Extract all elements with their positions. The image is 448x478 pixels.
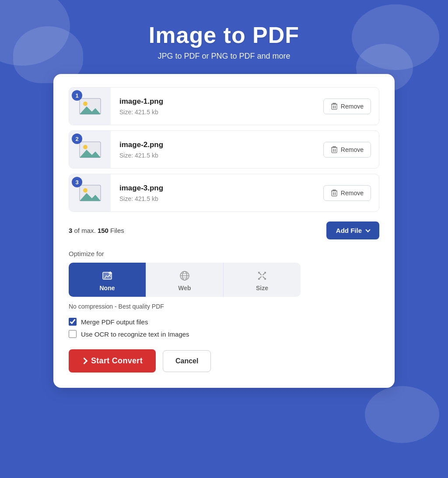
svg-rect-7 [332, 104, 337, 109]
ocr-label: Use OCR to recognize text in Images [81, 330, 189, 338]
svg-rect-4 [335, 105, 336, 109]
remove-label-1: Remove [341, 103, 364, 110]
optimize-web-button[interactable]: Web [146, 263, 224, 297]
remove-button-3[interactable]: Remove [323, 185, 371, 201]
page-title: Image to PDF [149, 22, 299, 48]
file-name-2: image-2.png [119, 141, 315, 149]
file-name-3: image-3.png [119, 184, 315, 193]
optimize-section: Optimize for None Web [69, 250, 379, 297]
web-label: Web [178, 285, 191, 292]
none-optimize-icon [101, 270, 113, 282]
optimize-options: None Web [69, 263, 301, 297]
file-list: 1 image-1.png Size: 421.5 kb [69, 87, 379, 217]
file-count-max: 150 [98, 227, 108, 234]
remove-label-3: Remove [341, 190, 364, 197]
file-info-2: image-2.png Size: 421.5 kb [111, 141, 323, 159]
size-optimize-icon [256, 270, 268, 282]
optimize-size-button[interactable]: Size [224, 263, 301, 297]
page-subtitle: JPG to PDF or PNG to PDF and more [149, 52, 299, 61]
svg-rect-12 [335, 149, 336, 152]
svg-rect-6 [332, 103, 336, 104]
file-thumbnail-2: 2 [69, 131, 111, 168]
add-file-label: Add File [336, 227, 362, 234]
trash-icon-3 [331, 189, 338, 197]
merge-checkbox[interactable] [69, 318, 77, 326]
svg-rect-23 [332, 191, 337, 196]
svg-rect-3 [333, 105, 334, 109]
svg-rect-20 [335, 192, 336, 195]
svg-rect-11 [333, 149, 334, 152]
ocr-checkbox[interactable] [69, 330, 77, 338]
image-preview-icon-1 [79, 97, 102, 116]
svg-point-17 [83, 188, 88, 193]
file-number-1: 1 [72, 90, 82, 101]
trash-icon-2 [331, 146, 338, 154]
file-number-2: 2 [72, 134, 82, 144]
cancel-button[interactable]: Cancel [163, 350, 211, 372]
svg-rect-15 [332, 148, 337, 153]
remove-button-2[interactable]: Remove [323, 142, 371, 158]
merge-checkbox-row[interactable]: Merge PDF output files [69, 318, 379, 326]
start-convert-icon [81, 358, 88, 365]
chevron-down-icon [365, 227, 370, 232]
file-thumbnail-3: 3 [69, 174, 111, 211]
file-count: 3 of max. 150 Files [69, 227, 124, 234]
file-actions-row: 3 of max. 150 Files Add File [69, 221, 379, 239]
main-card: 1 image-1.png Size: 421.5 kb [53, 74, 395, 388]
file-size-2: Size: 421.5 kb [119, 152, 315, 159]
file-count-suffix: Files [108, 227, 124, 234]
file-item-2: 2 image-2.png Size: 421.5 kb [69, 130, 379, 169]
svg-point-1 [83, 102, 88, 106]
image-preview-icon-3 [79, 183, 102, 203]
file-number-3: 3 [72, 177, 82, 187]
web-optimize-icon [178, 270, 191, 282]
size-label: Size [256, 285, 268, 292]
file-size-1: Size: 421.5 kb [119, 109, 315, 116]
optimize-description: No compression - Best quality PDF [69, 303, 379, 310]
ocr-checkbox-row[interactable]: Use OCR to recognize text in Images [69, 330, 379, 338]
svg-point-9 [83, 145, 88, 149]
file-item-3: 3 image-3.png Size: 421.5 kb [69, 174, 379, 212]
svg-rect-19 [333, 192, 334, 195]
merge-label: Merge PDF output files [81, 318, 148, 326]
start-convert-button[interactable]: Start Convert [69, 349, 156, 373]
optimize-none-button[interactable]: None [69, 263, 146, 297]
none-label: None [100, 285, 115, 292]
image-preview-icon-2 [79, 140, 102, 159]
file-info-3: image-3.png Size: 421.5 kb [111, 184, 323, 202]
svg-rect-14 [332, 146, 336, 147]
add-file-button[interactable]: Add File [326, 221, 379, 239]
action-row: Start Convert Cancel [69, 349, 379, 373]
trash-icon-1 [331, 102, 338, 110]
file-count-of: of max. [72, 227, 98, 234]
remove-button-1[interactable]: Remove [323, 98, 371, 114]
remove-label-2: Remove [341, 146, 364, 153]
file-item-1: 1 image-1.png Size: 421.5 kb [69, 87, 379, 125]
file-info-1: image-1.png Size: 421.5 kb [111, 97, 323, 116]
file-size-3: Size: 421.5 kb [119, 195, 315, 202]
cancel-label: Cancel [175, 357, 198, 365]
file-name-1: image-1.png [119, 97, 315, 106]
svg-rect-22 [332, 190, 336, 190]
page-header: Image to PDF JPG to PDF or PNG to PDF an… [140, 0, 308, 74]
file-thumbnail-1: 1 [69, 88, 111, 125]
optimize-label: Optimize for [69, 250, 379, 257]
start-convert-label: Start Convert [91, 356, 143, 366]
